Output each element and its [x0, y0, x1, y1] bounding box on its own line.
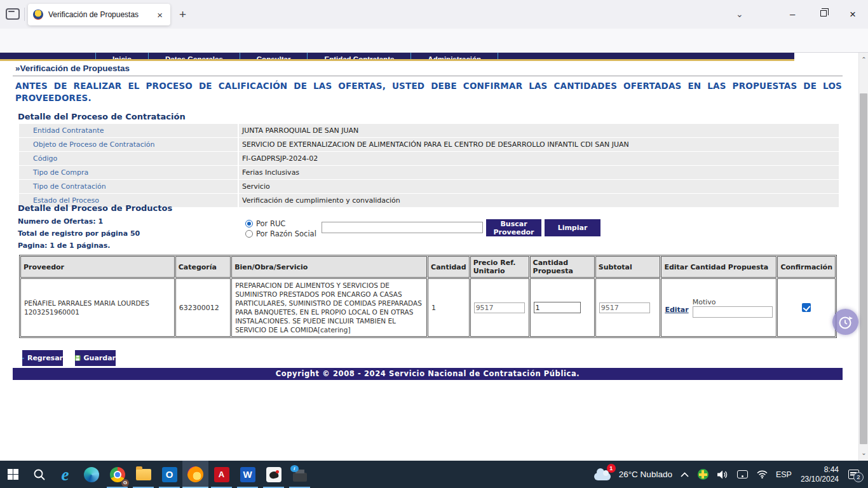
scrollbar-thumb[interactable]	[860, 93, 867, 444]
edge-icon	[84, 467, 99, 482]
process-details-table: Entidad ContratanteJUNTA PARROQUIAL DE S…	[19, 124, 839, 208]
browser-toolbar: ← → ⟳ https://www.compraspublicas.gob.ec…	[0, 29, 868, 53]
firefox-view-icon[interactable]	[6, 8, 20, 20]
search-icon	[33, 468, 46, 481]
menu-item-administracion[interactable]: Administración	[411, 53, 498, 61]
tray-time: 8:44	[801, 465, 839, 475]
clock[interactable]: 8:44 23/10/2024	[801, 465, 839, 484]
records-per-page: Total de registro por página 50	[18, 229, 140, 238]
start-button[interactable]	[0, 461, 26, 488]
motivo-input[interactable]	[693, 306, 773, 318]
close-window-button[interactable]: ×	[850, 8, 856, 21]
save-icon	[75, 355, 81, 362]
editar-cantidad-cell: Editar Motivo	[661, 278, 776, 337]
word-icon: W	[240, 467, 255, 482]
detail-row: Entidad ContratanteJUNTA PARROQUIAL DE S…	[19, 124, 839, 137]
weather-badge: 1	[607, 464, 616, 473]
scroll-down-icon[interactable]: ⌄	[859, 449, 868, 456]
warning-text: ANTES DE REALIZAR EL PROCESO DE CALIFICA…	[15, 80, 842, 104]
provider-search-input[interactable]	[322, 222, 483, 233]
menu-item-inicio[interactable]: Inicio	[95, 53, 149, 61]
section-detalle-contratacion: Detalle del Proceso de Contratación	[18, 112, 186, 121]
tray-date: 23/10/2024	[801, 475, 839, 484]
volume-icon[interactable]	[717, 470, 728, 479]
printer-icon: i	[293, 473, 307, 482]
wireless-display-icon[interactable]	[737, 470, 748, 478]
minimize-button[interactable]: –	[790, 8, 795, 19]
file-explorer-icon	[136, 469, 151, 480]
taskbar-file-explorer[interactable]	[130, 461, 156, 488]
taskbar-edge[interactable]	[78, 461, 104, 488]
notification-center-icon[interactable]: 2	[848, 470, 859, 479]
categoria-cell: 632300012	[175, 278, 231, 337]
limpiar-button[interactable]: Limpiar	[545, 219, 600, 236]
menu-item-consultar[interactable]: Consultar	[240, 53, 308, 61]
tab-list-chevron-icon[interactable]: ⌄	[736, 9, 743, 19]
regresar-button[interactable]: Regresar	[22, 350, 63, 366]
taskbar-firefox-active[interactable]	[182, 461, 208, 488]
tab-title: Verificación de Propuestas	[48, 10, 154, 19]
radio-por-ruc[interactable]: Por RUC	[245, 219, 285, 228]
offers-count: Numero de Ofertas: 1	[18, 217, 103, 226]
info-bubble-icon: i	[290, 465, 299, 472]
weather-text[interactable]: 26°C Nublado	[619, 470, 672, 479]
detail-row: Tipo de CompraFerias Inclusivas	[19, 166, 839, 179]
site-menu-bar: Inicio Datos Generales Consultar Entidad…	[0, 53, 794, 61]
cantidad-propuesta-cell	[530, 278, 595, 337]
taskbar-word[interactable]: W	[234, 461, 261, 488]
search-button[interactable]	[26, 461, 52, 488]
system-tray: 1 26°C Nublado ESP 8:44 23/10/2024 2	[590, 465, 868, 484]
taskbar-internet-explorer[interactable]: e	[52, 461, 78, 488]
antivirus-icon[interactable]	[698, 469, 709, 480]
taskbar-chrome[interactable]: G	[104, 461, 130, 488]
precio-ref-input	[474, 302, 525, 313]
wifi-icon[interactable]	[757, 470, 768, 478]
acrobat-icon: A	[214, 467, 229, 482]
taskbar-outlook[interactable]: O	[156, 461, 182, 488]
pagination-info: Pagina: 1 de 1 páginas.	[18, 241, 110, 250]
restore-button[interactable]	[820, 10, 827, 17]
language-indicator[interactable]: ESP	[776, 470, 792, 479]
back-arrow-icon	[22, 355, 24, 362]
proveedor-cell: PEÑAFIEL PARRALES MARIA LOURDES120325196…	[20, 278, 175, 337]
menu-item-entidad[interactable]: Entidad Contratante	[308, 53, 411, 61]
products-table: Proveedor Categoría Bien/Obra/Servicio C…	[19, 255, 837, 338]
subtotal-cell	[595, 278, 661, 337]
copyright-footer: Copyright © 2008 - 2024 Servicio Naciona…	[13, 368, 843, 380]
timer-overlay-widget[interactable]	[832, 309, 858, 335]
confirmacion-cell	[777, 278, 836, 337]
tray-expand-chevron-icon[interactable]	[681, 472, 689, 477]
cantidad-cell: 1	[428, 278, 470, 337]
bien-obra-servicio-cell: PREPARACION DE ALIMENTOS Y SERVICIOS DE …	[231, 278, 427, 337]
taskbar-acrobat[interactable]: A	[208, 461, 234, 488]
guardar-button[interactable]: Guardar	[75, 350, 116, 366]
section-detalle-productos: Detalle del Proceso de Productos	[18, 203, 172, 213]
taskbar-printer-tool[interactable]: i	[287, 461, 313, 488]
windows-logo-icon	[8, 469, 18, 480]
notification-badge: 2	[853, 472, 864, 482]
radio-por-razon-social[interactable]: Por Razón Social	[245, 229, 316, 238]
tab-close-icon[interactable]: ×	[154, 10, 165, 20]
page-scrollbar[interactable]: ⌃ ⌄	[858, 53, 868, 461]
cantidad-propuesta-input[interactable]	[534, 302, 581, 313]
editar-link[interactable]: Editar	[665, 306, 688, 314]
radio-selected-icon[interactable]	[245, 220, 253, 227]
new-tab-button[interactable]: +	[179, 8, 186, 22]
firefox-icon	[187, 466, 203, 482]
detail-row: Objeto de Proceso de ContrataciónSERVICI…	[19, 138, 839, 151]
radio-unselected-icon[interactable]	[245, 230, 253, 238]
taskbar-bird-app[interactable]	[261, 461, 287, 488]
scroll-up-icon[interactable]: ⌃	[859, 56, 868, 63]
title-divider	[13, 76, 843, 76]
products-header-row: Proveedor Categoría Bien/Obra/Servicio C…	[20, 256, 836, 278]
menu-item-datos-generales[interactable]: Datos Generales	[149, 53, 240, 61]
browser-tab[interactable]: Verificación de Propuestas ×	[28, 4, 170, 25]
precio-ref-cell	[470, 278, 529, 337]
confirmation-checkbox[interactable]	[802, 303, 811, 312]
site-favicon-icon	[33, 10, 43, 20]
buscar-proveedor-button[interactable]: Buscar Proveedor	[486, 219, 541, 236]
outlook-icon: O	[162, 467, 177, 482]
subtotal-input	[599, 302, 650, 313]
motivo-label: Motivo	[693, 298, 773, 306]
weather-icon[interactable]: 1	[594, 469, 611, 480]
